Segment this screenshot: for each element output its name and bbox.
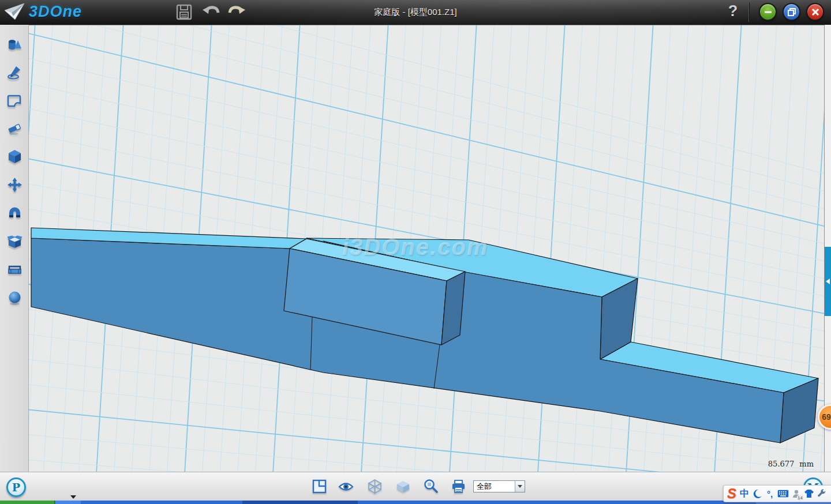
- night-mode-icon[interactable]: [752, 487, 762, 501]
- feature-modeling-icon[interactable]: [7, 149, 23, 164]
- shaded-view-icon[interactable]: [395, 479, 411, 494]
- os-taskbar-edge[interactable]: [0, 501, 831, 504]
- redo-icon[interactable]: [228, 3, 246, 21]
- display-filter-select[interactable]: 全部: [473, 480, 525, 492]
- paper-plane-icon: [3, 2, 25, 21]
- panel-expand-tab[interactable]: [825, 247, 831, 316]
- taskbar-button-segment[interactable]: [55, 501, 81, 504]
- user-icon[interactable]: 14: [791, 487, 802, 501]
- keyboard-icon[interactable]: [777, 487, 789, 501]
- bottom-bar: P: [0, 472, 831, 501]
- measure-icon[interactable]: [7, 261, 23, 277]
- title-bar: 3DOne 家庭版 - [模型001.Z1] ?: [0, 0, 831, 25]
- user-count: 14: [797, 495, 803, 501]
- print-icon[interactable]: [451, 479, 466, 494]
- minimize-button[interactable]: [759, 3, 777, 21]
- view-layout-icon[interactable]: [312, 479, 327, 494]
- sketch-trim-icon[interactable]: [7, 121, 23, 136]
- visibility-eye-icon[interactable]: [338, 479, 354, 494]
- combine-edit-icon[interactable]: [7, 234, 23, 249]
- taskbar-active-segment[interactable]: [242, 501, 358, 504]
- profile-badge[interactable]: P: [6, 477, 26, 497]
- assembly-magnet-icon[interactable]: [7, 205, 23, 221]
- move-transform-icon[interactable]: [7, 177, 23, 193]
- settings-wrench-icon[interactable]: [817, 487, 827, 501]
- titlebar-separator: [748, 2, 749, 22]
- notification-count: 69: [822, 412, 831, 422]
- punctuation-icon[interactable]: °,: [765, 487, 775, 501]
- minimize-icon: [763, 7, 773, 17]
- wireframe-view-icon[interactable]: [367, 479, 383, 494]
- 3done-app-window: { "window": { "logo": "3DOne", "title": …: [0, 0, 831, 504]
- sketch-draw-icon[interactable]: [7, 65, 23, 80]
- close-icon: [811, 7, 820, 17]
- model-3d[interactable]: [29, 25, 824, 472]
- left-toolbar: [0, 25, 29, 472]
- skin-tshirt-icon[interactable]: [804, 487, 814, 501]
- close-button[interactable]: [806, 3, 824, 21]
- save-icon[interactable]: [175, 3, 193, 21]
- chinese-mode-icon[interactable]: 中: [739, 487, 750, 501]
- chevron-left-icon: [826, 279, 830, 284]
- viewport-canvas[interactable]: i3DOne.com 85.677mm: [29, 25, 824, 472]
- sketch-surface-icon[interactable]: [7, 92, 23, 108]
- help-button[interactable]: ?: [724, 2, 742, 22]
- ime-toolbar: S 中 °, 14: [723, 485, 831, 502]
- scale-value: 85.677: [768, 460, 795, 468]
- scale-unit: mm: [799, 460, 814, 468]
- zoom-view-icon[interactable]: [423, 479, 439, 494]
- restore-icon: [787, 7, 796, 17]
- primitive-solids-icon[interactable]: [7, 37, 23, 52]
- app-logo-text: 3DOne: [29, 3, 82, 21]
- material-render-icon[interactable]: [7, 290, 23, 306]
- dropdown-caret-icon[interactable]: [70, 495, 76, 499]
- titlebar-swoosh: [0, 0, 831, 25]
- dropdown-arrow-icon[interactable]: [515, 481, 525, 492]
- restore-button[interactable]: [783, 3, 800, 21]
- sogou-logo-icon[interactable]: S: [727, 487, 737, 501]
- taskbar-start-segment[interactable]: [0, 501, 55, 504]
- undo-icon[interactable]: [201, 3, 220, 21]
- scale-indicator: 85.677mm: [768, 460, 814, 468]
- app-logo: 3DOne: [3, 2, 82, 21]
- display-filter-value: 全部: [474, 482, 515, 492]
